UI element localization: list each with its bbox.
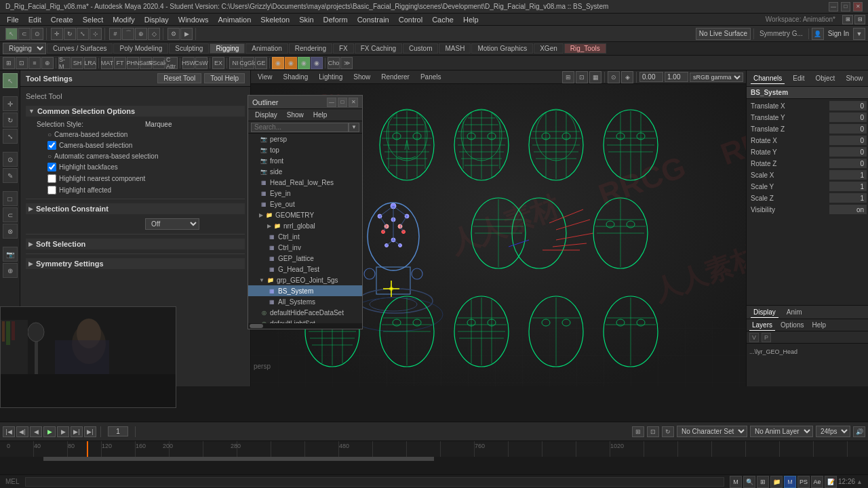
color-space-dropdown[interactable]: sRGB gamma (690, 73, 743, 82)
selection-constraint-section[interactable]: ▶ Selection Constraint (26, 203, 245, 214)
scale-tool-icon[interactable]: ⤡ (77, 28, 89, 40)
sb-icon3[interactable]: ⊞ (757, 476, 769, 488)
menu-constrain[interactable]: Constrain (353, 15, 393, 24)
prev-frame-btn[interactable]: ◀ (30, 426, 42, 437)
play-btn[interactable]: ▶ (43, 426, 56, 437)
ol-item-front[interactable]: 📷 front (248, 155, 362, 166)
ol-item-top[interactable]: 📷 top (248, 144, 362, 155)
da-v-btn[interactable]: V (749, 333, 759, 342)
menu-file[interactable]: File (3, 15, 23, 24)
module-rendering[interactable]: Rendering (289, 43, 332, 54)
loop-btn[interactable]: ↻ (662, 426, 674, 437)
ol-item-ctrl-inv[interactable]: ▦ Ctrl_inv (248, 242, 362, 253)
tb2-ft[interactable]: FT (114, 57, 126, 69)
menu-skeleton[interactable]: Skeleton (256, 15, 294, 24)
da-p-btn[interactable]: P (762, 333, 771, 342)
viewport-val1[interactable] (639, 72, 663, 82)
select-mode-btn[interactable]: ↖ (3, 73, 18, 88)
tool-help-btn[interactable]: Tool Help (204, 73, 245, 83)
rotate-mode-btn[interactable]: ↻ (3, 113, 18, 127)
goto-end-btn[interactable]: ▶| (84, 426, 96, 437)
module-rigtools[interactable]: Rig_Tools (564, 43, 606, 54)
module-xgen[interactable]: XGen (534, 43, 564, 54)
ol-item-default-light[interactable]: ◎ defaultLightSet (248, 318, 362, 323)
universal-tool-icon[interactable]: ⊹ (90, 28, 102, 40)
menu-help[interactable]: Help (459, 15, 483, 24)
tb2-icon2[interactable]: ⊡ (16, 57, 28, 69)
next-key-btn[interactable]: ▶| (71, 426, 83, 437)
menu-cache[interactable]: Cache (428, 15, 458, 24)
menu-create[interactable]: Create (47, 15, 77, 24)
ch-value-tx[interactable]: 0 (829, 101, 867, 110)
rotate-tool-icon[interactable]: ↻ (64, 28, 76, 40)
outliner-close-btn[interactable]: ✕ (349, 98, 358, 107)
tb2-icon6[interactable]: SH (71, 57, 83, 69)
tl-btn1[interactable]: ⊞ (632, 426, 644, 437)
ch-value-sx[interactable]: 1 (829, 170, 867, 180)
vt-lighting[interactable]: Lighting (315, 73, 347, 81)
sign-in-icon[interactable]: 👤 (812, 28, 824, 40)
menu-display[interactable]: Display (140, 15, 173, 24)
vt-renderer[interactable]: Renderer (377, 73, 414, 81)
module-mash[interactable]: MASH (439, 43, 471, 54)
tb2-cho[interactable]: Cho (328, 57, 340, 69)
ch-value-vis[interactable]: on (829, 205, 867, 214)
module-dropdown[interactable]: Rigging (3, 43, 46, 54)
snap-point-icon[interactable]: ⊕ (135, 28, 147, 40)
paint-btn[interactable]: ✎ (3, 168, 18, 183)
menu-deform[interactable]: Deform (319, 15, 352, 24)
ol-item-nrrl[interactable]: ▶ 📁 nrrl_global (248, 220, 362, 231)
tb2-icon5[interactable]: S-M (58, 57, 71, 69)
vt-icon4[interactable]: ⊙ (608, 71, 620, 83)
highlight-affected-check[interactable] (47, 186, 56, 195)
symmetry-settings-section[interactable]: ▶ Symmetry Settings (26, 258, 245, 269)
lasso-btn[interactable]: ⊂ (3, 207, 18, 222)
da-help-tab[interactable]: Help (809, 320, 829, 330)
select-tool-icon[interactable]: ↖ (5, 28, 18, 40)
tb2-mat[interactable]: MAT (101, 57, 113, 69)
ol-item-eye-in[interactable]: ▦ Eye_in (248, 188, 362, 199)
sb-icon2[interactable]: 🔍 (743, 476, 755, 488)
vt-panels[interactable]: Panels (416, 73, 446, 81)
menu-edit[interactable]: Edit (24, 15, 45, 24)
goto-start-btn[interactable]: |◀ (3, 426, 15, 437)
snap-curve-icon[interactable]: ⌒ (122, 28, 134, 40)
sign-in-dropdown[interactable]: ▼ (853, 28, 865, 40)
soft-selection-section[interactable]: ▶ Soft Selection (26, 239, 245, 249)
ol-item-ctrl-int[interactable]: ▦ Ctrl_int (248, 231, 362, 242)
ch-value-rx[interactable]: 0 (829, 136, 867, 145)
module-fx[interactable]: FX (333, 43, 354, 54)
ol-item-all-systems[interactable]: ▦ All_Systems (248, 296, 362, 307)
tb2-more[interactable]: ≫ (340, 57, 353, 69)
camera-btn[interactable]: 📷 (3, 247, 18, 262)
tb2-sphere1[interactable]: ◉ (272, 57, 284, 69)
tb2-ge[interactable]: GE (255, 57, 267, 69)
module-motion[interactable]: Motion Graphics (471, 43, 533, 54)
sb-icon5[interactable]: PS (797, 476, 810, 488)
workspace-btn2[interactable]: ⊟ (854, 15, 865, 24)
da-layers-tab[interactable]: Layers (749, 320, 775, 331)
render-settings-icon[interactable]: ⚙ (167, 28, 180, 40)
vt-icon1[interactable]: ⊞ (562, 71, 574, 83)
scale-mode-btn[interactable]: ⤡ (3, 129, 18, 144)
frame-counter[interactable] (108, 426, 128, 436)
menu-select[interactable]: Select (79, 15, 108, 24)
vt-show[interactable]: Show (349, 73, 374, 81)
tb2-phn[interactable]: PHN (127, 57, 139, 69)
ol-item-gep-lat[interactable]: ▦ GEP_lattice (248, 253, 362, 264)
ol-item-bs-system[interactable]: ▦ BS_System (248, 285, 362, 296)
sb-icon6[interactable]: Ae (811, 476, 823, 488)
ol-item-persp[interactable]: 📷 persp (248, 134, 362, 144)
sb-icon1[interactable]: M (730, 476, 742, 488)
soft-select-btn[interactable]: ⊙ (3, 152, 18, 167)
ol-menu-show[interactable]: Show (283, 110, 308, 119)
module-custom[interactable]: Custom (403, 43, 438, 54)
anim-tab[interactable]: Anim (784, 307, 805, 317)
tb2-icon7[interactable]: LRA (84, 57, 96, 69)
snap-btn[interactable]: ⊕ (3, 263, 18, 278)
anim-layer-dropdown[interactable]: No Anim Layer (750, 426, 813, 437)
sb-icon7[interactable]: 📝 (825, 476, 837, 488)
drag-btn[interactable]: ⊗ (3, 224, 18, 239)
tb2-cgold[interactable]: CgGld (242, 57, 254, 69)
ch-value-sz[interactable]: 1 (829, 193, 867, 203)
